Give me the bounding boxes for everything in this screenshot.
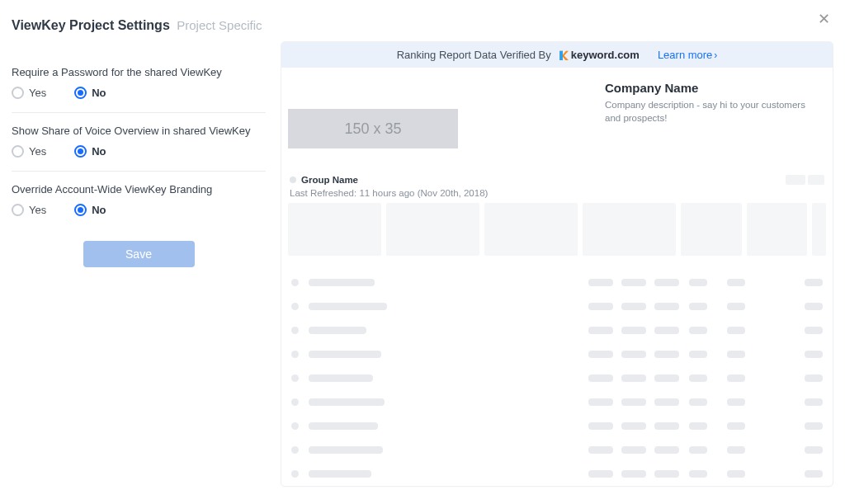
table-row	[288, 438, 826, 462]
setting-share-of-voice: Show Share of Voice Overview in shared V…	[12, 113, 266, 172]
radio-yes[interactable]: Yes	[12, 145, 46, 158]
radio-no[interactable]: No	[74, 145, 106, 158]
page-title-scope: Project Specific	[177, 18, 262, 32]
company-name: Company Name	[605, 81, 811, 95]
radio-icon	[12, 145, 24, 158]
close-icon[interactable]: ✕	[818, 12, 830, 26]
last-refreshed: Last Refreshed: 11 hours ago (Nov 20th, …	[290, 188, 488, 198]
save-button[interactable]: Save	[83, 241, 195, 267]
radio-icon	[74, 87, 87, 99]
setting-label: Override Account-Wide ViewKey Branding	[12, 183, 266, 195]
radio-icon	[74, 145, 87, 158]
table-row	[288, 294, 826, 318]
keyword-logo-icon	[558, 49, 569, 60]
table-row	[288, 414, 826, 438]
company-desc: Company description - say hi to your cus…	[605, 98, 811, 125]
radio-icon	[12, 87, 24, 99]
table-body	[281, 266, 833, 486]
table-row	[288, 271, 826, 294]
table-row	[288, 342, 826, 366]
metric-cards	[281, 198, 833, 266]
table-row	[288, 462, 826, 486]
setting-label: Require a Password for the shared ViewKe…	[12, 66, 266, 78]
action-placeholder	[808, 175, 824, 185]
verify-bar: Ranking Report Data Verified By keyword.…	[281, 42, 833, 68]
radio-yes[interactable]: Yes	[12, 87, 46, 99]
metric-card	[484, 203, 578, 256]
setting-require-password: Require a Password for the shared ViewKe…	[12, 54, 266, 113]
table-row	[288, 318, 826, 342]
metric-card	[747, 203, 807, 256]
metric-card	[681, 203, 741, 256]
table-row	[288, 366, 826, 390]
radio-yes[interactable]: Yes	[12, 204, 46, 216]
group-name: Group Name	[301, 175, 358, 185]
radio-no[interactable]: No	[74, 204, 106, 216]
verify-text: Ranking Report Data Verified By	[397, 49, 551, 61]
settings-panel: ViewKey Project Settings Project Specifi…	[0, 0, 281, 504]
logo-placeholder: 150 x 35	[288, 109, 458, 148]
chevron-right-icon: ›	[714, 49, 717, 61]
setting-label: Show Share of Voice Overview in shared V…	[12, 125, 266, 137]
group-actions	[786, 175, 824, 185]
page-title: ViewKey Project Settings	[12, 18, 170, 32]
status-dot-icon	[290, 177, 296, 183]
action-placeholder	[786, 175, 805, 185]
radio-icon	[74, 204, 87, 216]
preview-pane: Ranking Report Data Verified By keyword.…	[281, 0, 845, 504]
metric-card	[386, 203, 479, 256]
radio-no[interactable]: No	[74, 87, 106, 99]
learn-more-link[interactable]: Learn more›	[658, 49, 717, 61]
verify-brand: keyword.com	[558, 49, 640, 61]
metric-card	[812, 203, 826, 256]
radio-icon	[12, 204, 24, 216]
metric-card	[583, 203, 676, 256]
setting-override-branding: Override Account-Wide ViewKey Branding Y…	[12, 172, 266, 229]
metric-card	[288, 203, 381, 256]
table-row	[288, 390, 826, 414]
